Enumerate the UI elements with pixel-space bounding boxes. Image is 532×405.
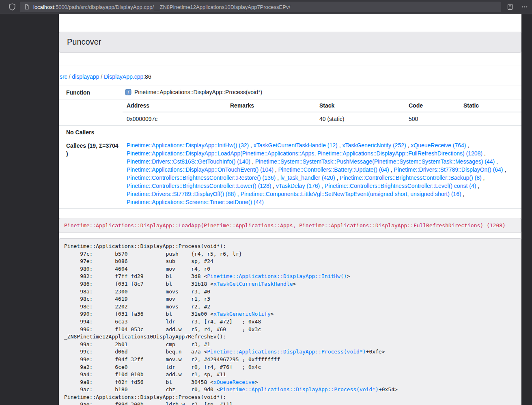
callee-separator: , — [335, 174, 340, 181]
stats-row: Address Remarks Stack Code Static 0x0000… — [59, 99, 521, 126]
url-text: localhost:5000/path/src/displayapp/Displ… — [33, 4, 290, 10]
asm-symbol-link[interactable]: xTaskGetCurrentTaskHandle — [213, 281, 293, 287]
callee-link[interactable]: Pinetime::Components::LittleVgl::SetNewT… — [241, 191, 461, 197]
callee-separator: , — [503, 166, 506, 173]
callee-separator: , — [276, 174, 280, 181]
callee-separator: , — [236, 191, 241, 197]
callee-separator: , — [320, 183, 325, 189]
page-info-icon[interactable] — [24, 4, 30, 10]
callees-row: Callees (19, Σ=3704 ) Pinetime::Applicat… — [59, 139, 521, 209]
callee-link[interactable]: xQueueReceive (764) — [411, 142, 466, 149]
url-path: :5000/path/src/displayapp/DisplayApp.cpp… — [54, 4, 290, 10]
callee-link[interactable]: Pinetime::Applications::Screens::Timer::… — [127, 199, 264, 205]
breadcrumb-link[interactable]: DisplayApp.cpp — [104, 73, 143, 80]
asm-symbol-link[interactable]: Pinetime::Applications::DisplayApp::Init… — [207, 273, 347, 279]
function-name: Pinetime::Applications::DisplayApp::Proc… — [134, 89, 262, 95]
callee-link[interactable]: Pinetime::Applications::DisplayApp::OnTo… — [127, 166, 274, 173]
function-icon: f — [125, 89, 131, 97]
breadcrumb-separator: / — [67, 73, 72, 80]
callee-separator: , — [482, 150, 486, 157]
address-value: 0x0000097c — [123, 112, 226, 125]
stats-table: Address Remarks Stack Code Static 0x0000… — [123, 99, 521, 125]
callee-separator: , — [406, 142, 411, 149]
callee-link[interactable]: xTaskGenericNotify (252) — [342, 142, 406, 149]
callee-separator: , — [476, 183, 479, 189]
symbol-table: Function f Pinetime::Applications::Displ… — [59, 86, 521, 209]
empty-row-label — [59, 99, 123, 126]
stack-value: 40 (static) — [315, 112, 405, 125]
callee-separator: , — [461, 191, 465, 197]
function-row: Function f Pinetime::Applications::Displ… — [59, 86, 521, 99]
menu-icon[interactable] — [520, 2, 530, 12]
function-name-cell: f Pinetime::Applications::DisplayApp::Pr… — [123, 86, 521, 99]
page-content: Puncover src / displayapp / DisplayApp.c… — [59, 14, 521, 405]
callee-link[interactable]: Pinetime::Drivers::St7789::DisplayOff() … — [127, 191, 236, 197]
callee-separator: , — [466, 142, 469, 149]
remarks-value — [226, 112, 315, 125]
breadcrumb-line-ref: :86 — [143, 73, 151, 80]
page-header: Puncover — [59, 32, 521, 53]
breadcrumb-link[interactable]: src — [60, 73, 67, 80]
function-row-label: Function — [59, 86, 123, 99]
asm-symbol-link[interactable]: xQueueReceive — [213, 379, 255, 385]
callee-link[interactable]: vTaskDelay (176) — [276, 183, 320, 189]
browser-toolbar: localhost:5000/path/src/displayapp/Displ… — [0, 0, 532, 14]
callee-separator: , — [274, 166, 278, 173]
callee-separator: , — [482, 174, 485, 181]
asm-symbol-link[interactable]: Pinetime::Applications::DisplayApp::Proc… — [220, 386, 379, 392]
callee-link[interactable]: xTaskGetCurrentTaskHandle (12) — [254, 142, 338, 149]
callee-link[interactable]: Pinetime::Applications::DisplayApp::Init… — [127, 142, 249, 149]
divider — [59, 65, 521, 65]
callee-separator: , — [495, 158, 498, 165]
disassembly-block: Pinetime::Applications::DisplayApp::Proc… — [59, 238, 521, 405]
callee-separator: , — [338, 142, 342, 149]
callee-separator: , — [271, 183, 276, 189]
callee-separator: , — [249, 142, 254, 149]
selected-symbol-text[interactable]: Pinetime::Applications::DisplayApp::Load… — [64, 222, 506, 228]
callee-link[interactable]: Pinetime::Controllers::BrightnessControl… — [340, 174, 481, 181]
asm-symbol-link[interactable]: Pinetime::Applications::DisplayApp::Proc… — [207, 349, 366, 355]
callees-label: Callees (19, Σ=3704 ) — [59, 139, 123, 209]
asm-symbol-link[interactable]: xTaskGenericNotify — [213, 311, 271, 317]
disassembly-code: Pinetime::Applications::DisplayApp::Proc… — [64, 243, 398, 405]
url-host: localhost — [33, 4, 54, 10]
col-address: Address — [123, 99, 226, 112]
callees-list: Pinetime::Applications::DisplayApp::Init… — [123, 139, 521, 209]
no-callers-cell — [123, 126, 521, 139]
col-remarks: Remarks — [226, 99, 315, 112]
callee-link[interactable]: Pinetime::Drivers::St7789::DisplayOn() (… — [394, 166, 503, 173]
stats-values-row: 0x0000097c 40 (static) 500 — [123, 112, 521, 125]
static-value — [459, 112, 521, 125]
page-title: Puncover — [67, 37, 513, 47]
stats-header-row: Address Remarks Stack Code Static — [123, 99, 521, 112]
code-value: 500 — [405, 112, 459, 125]
callee-link[interactable]: lv_task_handler (420) — [280, 174, 335, 181]
no-callers-row: No Callers — [59, 126, 521, 139]
callee-link[interactable]: Pinetime::Controllers::BrightnessControl… — [127, 183, 271, 189]
callee-link[interactable]: Pinetime::Controllers::Battery::Update()… — [278, 166, 389, 173]
callee-link[interactable]: Pinetime::Controllers::BrightnessControl… — [127, 174, 276, 181]
col-code: Code — [405, 99, 459, 112]
callee-link[interactable]: Pinetime::Controllers::BrightnessControl… — [325, 183, 476, 189]
breadcrumb-link[interactable]: displayapp — [72, 73, 99, 80]
col-stack: Stack — [315, 99, 405, 112]
callee-link[interactable]: Pinetime::Applications::DisplayApp::Load… — [127, 150, 482, 157]
callee-separator: , — [389, 166, 394, 173]
breadcrumb-links: src / displayapp / DisplayApp.cpp — [60, 73, 143, 80]
url-bar[interactable]: localhost:5000/path/src/displayapp/Displ… — [20, 2, 501, 12]
callee-link[interactable]: Pinetime::System::SystemTask::PushMessag… — [255, 158, 495, 165]
breadcrumb: src / displayapp / DisplayApp.cpp:86 — [59, 73, 521, 81]
shield-icon[interactable] — [7, 2, 17, 12]
callee-link[interactable]: Pinetime::Drivers::Cst816S::GetTouchInfo… — [127, 158, 250, 165]
reader-view-icon[interactable] — [505, 2, 515, 12]
breadcrumb-separator: / — [99, 73, 104, 80]
selected-symbol-box: Pinetime::Applications::DisplayApp::Load… — [59, 218, 521, 233]
col-static: Static — [459, 99, 521, 112]
no-callers-label: No Callers — [59, 126, 123, 139]
callee-separator: , — [250, 158, 255, 165]
